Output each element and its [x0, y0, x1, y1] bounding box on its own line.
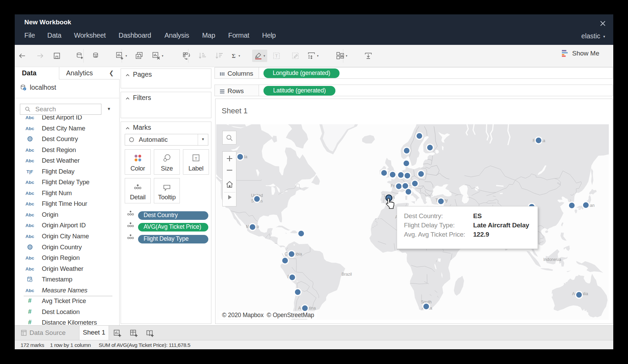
- svg-text:T: T: [195, 156, 197, 160]
- svg-text:T: T: [275, 54, 278, 59]
- svg-text:Indonesia: Indonesia: [543, 257, 561, 262]
- svg-text:Σ: Σ: [232, 53, 236, 59]
- svg-text:Brazil: Brazil: [342, 272, 352, 277]
